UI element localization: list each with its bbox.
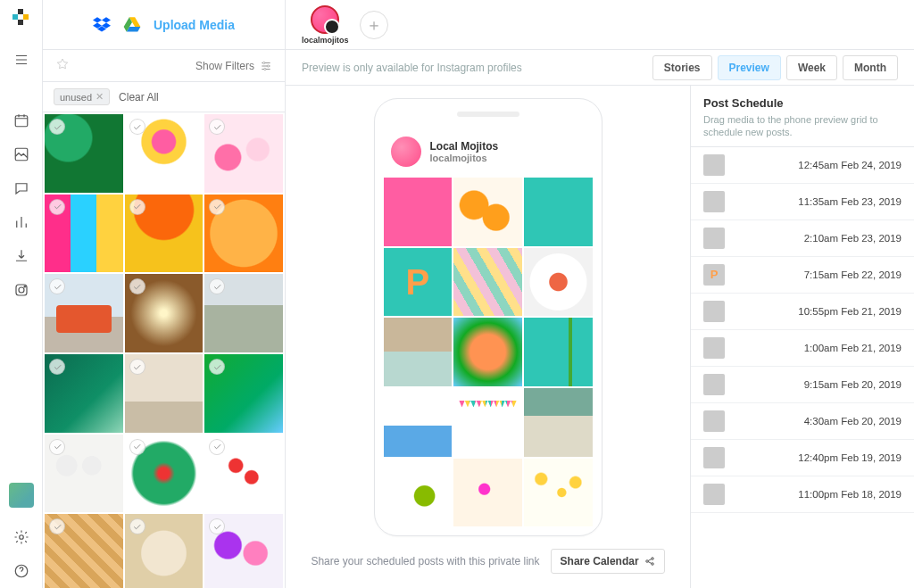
- media-tile[interactable]: [125, 274, 204, 352]
- media-tile[interactable]: [45, 354, 123, 433]
- preview-cell[interactable]: [453, 459, 522, 527]
- preview-cell[interactable]: [453, 388, 522, 457]
- clear-filters-button[interactable]: Clear All: [119, 91, 159, 104]
- tab-week[interactable]: Week: [786, 55, 837, 80]
- media-tile[interactable]: [125, 114, 204, 193]
- tab-stories[interactable]: Stories: [652, 55, 712, 80]
- select-indicator-icon[interactable]: [209, 119, 225, 135]
- select-indicator-icon[interactable]: [129, 199, 145, 215]
- select-indicator-icon[interactable]: [129, 439, 145, 455]
- schedule-item[interactable]: 11:00pm Feb 18, 2019: [691, 476, 914, 513]
- schedule-item[interactable]: 7:15am Feb 22, 2019: [691, 257, 914, 294]
- media-tile[interactable]: [204, 114, 283, 193]
- remove-chip-icon[interactable]: ✕: [96, 91, 104, 103]
- select-indicator-icon[interactable]: [209, 359, 225, 375]
- select-indicator-icon[interactable]: [49, 359, 65, 375]
- profile-selector[interactable]: localmojitos: [302, 5, 349, 45]
- media-tile[interactable]: [45, 195, 123, 273]
- select-indicator-icon[interactable]: [129, 119, 145, 135]
- media-tile[interactable]: [45, 114, 123, 193]
- preview-cell[interactable]: [384, 248, 453, 317]
- subbar: Preview is only available for Instagram …: [286, 50, 914, 86]
- select-indicator-icon[interactable]: [129, 359, 145, 375]
- select-indicator-icon[interactable]: [209, 518, 225, 534]
- select-indicator-icon[interactable]: [49, 518, 65, 534]
- settings-icon[interactable]: [0, 520, 43, 554]
- favorite-filter-icon[interactable]: [55, 57, 70, 74]
- media-tile[interactable]: [125, 354, 204, 433]
- schedule-time: 11:35am Feb 23, 2019: [798, 196, 902, 207]
- schedule-thumb: [703, 410, 725, 432]
- profile-handle-label: localmojitos: [302, 36, 349, 45]
- share-button-label: Share Calendar: [561, 555, 639, 567]
- schedule-item[interactable]: 1:00am Feb 21, 2019: [691, 330, 914, 367]
- preview-cell[interactable]: [524, 388, 593, 457]
- select-indicator-icon[interactable]: [129, 278, 145, 294]
- preview-cell[interactable]: [384, 388, 453, 457]
- media-tile[interactable]: [204, 514, 283, 588]
- schedule-time: 7:15am Feb 22, 2019: [804, 269, 902, 280]
- select-indicator-icon[interactable]: [129, 518, 145, 534]
- media-tile[interactable]: [125, 195, 204, 273]
- schedule-item[interactable]: 4:30am Feb 20, 2019: [691, 403, 914, 440]
- preview-cell[interactable]: [384, 318, 453, 386]
- media-tile[interactable]: [125, 514, 204, 588]
- share-calendar-button[interactable]: Share Calendar: [551, 549, 665, 574]
- tab-preview[interactable]: Preview: [718, 55, 781, 80]
- tab-month[interactable]: Month: [843, 55, 898, 80]
- filter-chip-unused[interactable]: unused ✕: [54, 88, 110, 105]
- google-drive-icon[interactable]: [123, 17, 141, 33]
- schedule-item[interactable]: 12:45am Feb 24, 2019: [691, 147, 914, 184]
- linkinbio-icon[interactable]: [0, 273, 43, 307]
- add-profile-button[interactable]: ＋: [360, 11, 388, 39]
- preview-cell[interactable]: [524, 248, 593, 317]
- calendar-icon[interactable]: [0, 104, 43, 137]
- ig-avatar: [391, 137, 421, 167]
- user-avatar[interactable]: [9, 483, 34, 508]
- phone-frame: Local Mojitos localmojitos: [374, 98, 602, 536]
- media-tile[interactable]: [45, 274, 123, 352]
- media-grid-scroll[interactable]: [43, 112, 285, 588]
- select-indicator-icon[interactable]: [209, 199, 225, 215]
- select-indicator-icon[interactable]: [49, 439, 65, 455]
- show-filters-button[interactable]: Show Filters: [195, 60, 272, 72]
- preview-cell[interactable]: [453, 318, 522, 386]
- preview-cell[interactable]: [384, 178, 453, 246]
- preview-cell[interactable]: [453, 248, 522, 317]
- preview-cell[interactable]: [384, 459, 453, 527]
- preview-cell[interactable]: [524, 178, 593, 246]
- select-indicator-icon[interactable]: [209, 278, 225, 294]
- topbar: localmojitos ＋: [286, 0, 914, 50]
- media-tile[interactable]: [45, 435, 123, 513]
- download-icon[interactable]: [0, 239, 43, 273]
- preview-cell[interactable]: [453, 178, 522, 246]
- media-tile[interactable]: [45, 514, 123, 588]
- schedule-item[interactable]: 11:35am Feb 23, 2019: [691, 184, 914, 220]
- share-text: Share your scheduled posts with this pri…: [311, 555, 539, 567]
- select-indicator-icon[interactable]: [49, 278, 65, 294]
- view-segmented-control: Stories Preview Week Month: [652, 55, 898, 80]
- menu-icon[interactable]: [0, 43, 43, 77]
- media-tile[interactable]: [204, 195, 283, 273]
- upload-media-button[interactable]: Upload Media: [154, 18, 235, 32]
- dropbox-icon[interactable]: [93, 17, 111, 33]
- schedule-item[interactable]: 9:15am Feb 20, 2019: [691, 367, 914, 403]
- schedule-time: 2:10am Feb 23, 2019: [804, 233, 902, 244]
- select-indicator-icon[interactable]: [209, 439, 225, 455]
- media-tile[interactable]: [204, 435, 283, 513]
- media-tile[interactable]: [125, 435, 204, 513]
- media-tile[interactable]: [204, 274, 283, 352]
- preview-cell[interactable]: [524, 459, 593, 527]
- preview-cell[interactable]: [524, 318, 593, 386]
- media-tile[interactable]: [204, 354, 283, 433]
- schedule-item[interactable]: 12:40pm Feb 19, 2019: [691, 440, 914, 476]
- schedule-item[interactable]: 10:55pm Feb 21, 2019: [691, 294, 914, 330]
- select-indicator-icon[interactable]: [49, 199, 65, 215]
- help-icon[interactable]: [0, 554, 43, 588]
- conversations-icon[interactable]: [0, 171, 43, 205]
- ig-preview-grid[interactable]: [384, 178, 593, 526]
- analytics-icon[interactable]: [0, 205, 43, 239]
- media-library-icon[interactable]: [0, 137, 43, 171]
- select-indicator-icon[interactable]: [49, 119, 65, 135]
- schedule-item[interactable]: 2:10am Feb 23, 2019: [691, 220, 914, 257]
